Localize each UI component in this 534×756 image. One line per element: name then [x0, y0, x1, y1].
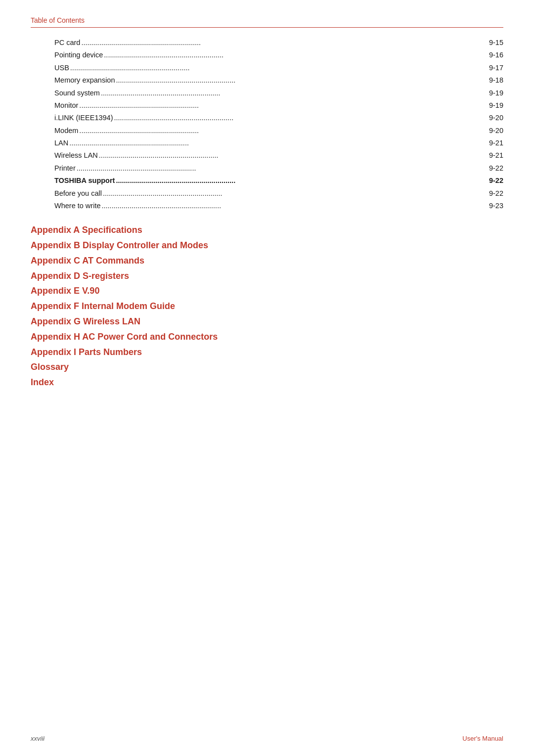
toc-page: 9-21	[489, 137, 503, 149]
toc-dots: ........................................…	[99, 149, 488, 162]
toc-dots: ........................................…	[116, 74, 488, 87]
toc-label: Sound system	[54, 87, 100, 99]
toc-entry[interactable]: Memory expansion .......................…	[54, 74, 503, 87]
toc-page: 9-19	[489, 87, 503, 99]
toc-entry[interactable]: Monitor ................................…	[54, 99, 503, 112]
toc-page: 9-20	[489, 125, 503, 137]
toc-page: 9-23	[489, 200, 503, 212]
toc-page: 9-15	[489, 37, 503, 49]
toc-label: Where to write	[54, 200, 100, 212]
toc-entry[interactable]: PC card ................................…	[54, 37, 503, 49]
appendix-i-link[interactable]: Appendix I Parts Numbers	[31, 345, 503, 359]
toc-entry[interactable]: i.LINK (IEEE1394) ......................…	[54, 112, 503, 124]
toc-page: 9-16	[489, 49, 503, 61]
toc-entry[interactable]: USB ....................................…	[54, 62, 503, 74]
toc-entry[interactable]: Pointing device ........................…	[54, 49, 503, 61]
toc-label: PC card	[54, 37, 80, 49]
toc-label: Monitor	[54, 99, 78, 112]
toc-label: TOSHIBA support	[54, 175, 115, 187]
page-container: Table of Contents PC card ..............…	[0, 0, 534, 756]
toc-entry[interactable]: Sound system ...........................…	[54, 87, 503, 99]
toc-dots: ........................................…	[103, 187, 488, 200]
toc-entry[interactable]: Modem ..................................…	[54, 125, 503, 137]
toc-page: 9-21	[489, 149, 503, 162]
appendix-g-link[interactable]: Appendix G Wireless LAN	[31, 314, 503, 329]
toc-page: 9-22	[489, 175, 503, 187]
toc-label: Before you call	[54, 187, 102, 200]
appendix-a-link[interactable]: Appendix A Specifications	[31, 223, 503, 237]
header-divider	[31, 27, 503, 28]
toc-entry[interactable]: LAN ....................................…	[54, 137, 503, 149]
appendix-e-link[interactable]: Appendix E V.90	[31, 284, 503, 298]
toc-label: Memory expansion	[54, 74, 115, 87]
toc-entry[interactable]: Before you call ........................…	[54, 187, 503, 200]
toc-dots: ........................................…	[116, 175, 488, 187]
toc-dots: ........................................…	[104, 49, 488, 61]
toc-dots: ........................................…	[69, 137, 488, 149]
toc-label: LAN	[54, 137, 68, 149]
toc-page: 9-22	[489, 162, 503, 175]
index-link[interactable]: Index	[31, 375, 503, 390]
glossary-link[interactable]: Glossary	[31, 360, 503, 374]
toc-label: Printer	[54, 162, 76, 175]
toc-dots: ........................................…	[77, 162, 488, 175]
toc-entries: PC card ................................…	[54, 37, 503, 212]
footer: xxviii User's Manual	[31, 735, 503, 742]
toc-entry[interactable]: Wireless LAN ...........................…	[54, 149, 503, 162]
toc-dots: ........................................…	[70, 62, 488, 74]
toc-dots: ........................................…	[101, 87, 488, 99]
appendix-c-link[interactable]: Appendix C AT Commands	[31, 254, 503, 268]
toc-entry[interactable]: TOSHIBA support ........................…	[54, 175, 503, 187]
footer-manual-label: User's Manual	[462, 735, 503, 742]
toc-dots: ........................................…	[79, 99, 488, 112]
toc-page: 9-22	[489, 187, 503, 200]
toc-label: Modem	[54, 125, 78, 137]
toc-label: i.LINK (IEEE1394)	[54, 112, 113, 124]
appendix-f-link[interactable]: Appendix F Internal Modem Guide	[31, 299, 503, 313]
appendix-b-link[interactable]: Appendix B Display Controller and Modes	[31, 238, 503, 253]
toc-page: 9-17	[489, 62, 503, 74]
toc-dots: ........................................…	[81, 37, 488, 49]
appendix-d-link[interactable]: Appendix D S-registers	[31, 269, 503, 283]
toc-entry[interactable]: Printer ................................…	[54, 162, 503, 175]
toc-dots: ........................................…	[114, 112, 488, 124]
toc-label: Pointing device	[54, 49, 103, 61]
toc-page: 9-18	[489, 74, 503, 87]
toc-page: 9-19	[489, 99, 503, 112]
footer-page-number: xxviii	[31, 735, 44, 742]
toc-page: 9-20	[489, 112, 503, 124]
appendix-h-link[interactable]: Appendix H AC Power Cord and Connectors	[31, 330, 503, 344]
table-of-contents-link[interactable]: Table of Contents	[31, 16, 85, 24]
toc-label: USB	[54, 62, 69, 74]
toc-label: Wireless LAN	[54, 149, 98, 162]
appendix-section: Appendix A SpecificationsAppendix B Disp…	[31, 223, 503, 390]
toc-entry[interactable]: Where to write .........................…	[54, 200, 503, 212]
toc-dots: ........................................…	[101, 200, 488, 212]
toc-dots: ........................................…	[79, 125, 488, 137]
